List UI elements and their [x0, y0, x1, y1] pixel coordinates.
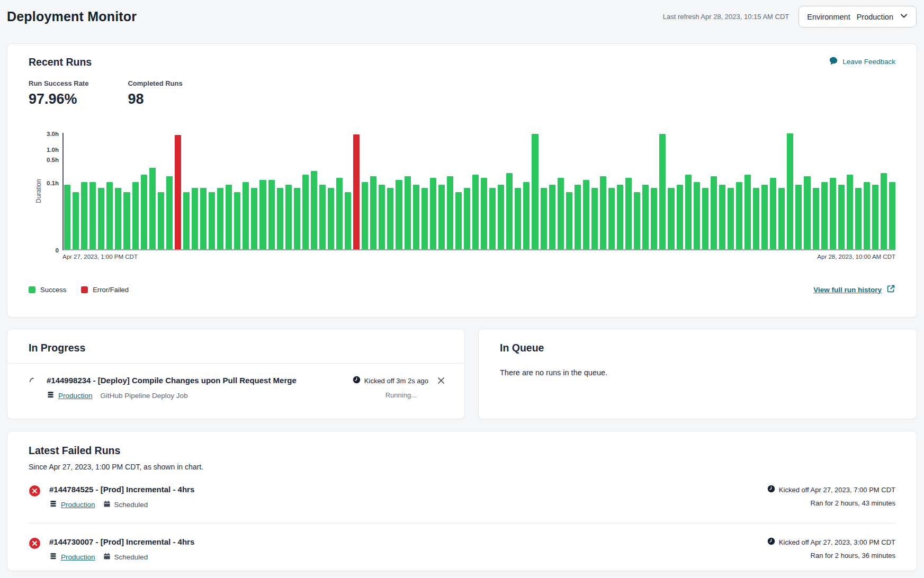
- chart-bar[interactable]: [226, 185, 232, 249]
- chart-bar[interactable]: [345, 192, 351, 249]
- environment-link[interactable]: Production: [49, 552, 95, 562]
- chart-bar[interactable]: [192, 188, 198, 249]
- chart-bar[interactable]: [753, 188, 759, 249]
- chart-bar[interactable]: [830, 178, 836, 249]
- chart-bar[interactable]: [617, 185, 623, 249]
- chart-bar[interactable]: [787, 133, 793, 249]
- chart-bar[interactable]: [132, 182, 139, 249]
- chart-bar[interactable]: [583, 180, 589, 249]
- environment-dropdown[interactable]: Environment Production: [799, 6, 917, 28]
- chart-bar[interactable]: [625, 178, 632, 249]
- chart-bar[interactable]: [413, 185, 419, 249]
- chart-bar[interactable]: [438, 185, 445, 249]
- chart-bar[interactable]: [464, 188, 470, 249]
- chart-bar[interactable]: [778, 188, 785, 249]
- chart-bar[interactable]: [73, 192, 79, 249]
- chart-bar[interactable]: [795, 185, 802, 249]
- chart-bar[interactable]: [200, 188, 207, 249]
- chart-bar[interactable]: [319, 185, 326, 249]
- chart-bar[interactable]: [166, 176, 173, 249]
- chart-bar[interactable]: [106, 182, 113, 249]
- chart-bar[interactable]: [396, 180, 402, 249]
- chart-bar[interactable]: [447, 176, 453, 249]
- chart-bar[interactable]: [736, 182, 742, 249]
- chart-bar[interactable]: [81, 182, 87, 249]
- chart-bar[interactable]: [889, 182, 895, 249]
- chart-bar[interactable]: [123, 192, 130, 249]
- chart-bar[interactable]: [847, 175, 853, 249]
- chart-bar[interactable]: [498, 185, 504, 249]
- chart-bar[interactable]: [659, 134, 666, 249]
- chart-bar[interactable]: [770, 178, 776, 249]
- leave-feedback-link[interactable]: Leave Feedback: [829, 56, 895, 67]
- chart-bar[interactable]: [302, 175, 309, 249]
- chart-bar[interactable]: [855, 188, 862, 249]
- chart-bar[interactable]: [523, 182, 530, 249]
- chart-bar[interactable]: [872, 185, 878, 249]
- chart-bar[interactable]: [685, 175, 692, 249]
- chart-bar[interactable]: [600, 176, 606, 249]
- chart-bar[interactable]: [353, 134, 360, 249]
- chart-bar[interactable]: [98, 188, 104, 249]
- chart-bar[interactable]: [642, 185, 649, 249]
- chart-bar[interactable]: [387, 188, 393, 249]
- view-full-run-history-link[interactable]: View full run history: [813, 284, 895, 295]
- chart-bar[interactable]: [311, 171, 317, 249]
- chart-bar[interactable]: [515, 188, 521, 249]
- chart-bar[interactable]: [379, 185, 385, 249]
- chart-bar[interactable]: [472, 175, 479, 249]
- chart-bar[interactable]: [217, 188, 223, 249]
- chart-bar[interactable]: [481, 178, 487, 249]
- chart-bar[interactable]: [328, 188, 334, 249]
- chart-bar[interactable]: [591, 188, 598, 249]
- chart-bar[interactable]: [608, 188, 615, 249]
- chart-bar[interactable]: [234, 192, 240, 249]
- chart-bar[interactable]: [838, 185, 845, 249]
- chart-bar[interactable]: [864, 182, 870, 249]
- chart-bar[interactable]: [158, 192, 164, 249]
- chart-bar[interactable]: [430, 178, 436, 249]
- chart-bar[interactable]: [268, 180, 275, 249]
- chart-bar[interactable]: [455, 192, 462, 249]
- close-icon[interactable]: [437, 376, 445, 400]
- chart-bar[interactable]: [813, 188, 819, 249]
- chart-bar[interactable]: [149, 168, 156, 249]
- chart-bar[interactable]: [668, 188, 674, 249]
- chart-bar[interactable]: [243, 182, 249, 249]
- environment-link[interactable]: Production: [47, 391, 93, 400]
- chart-bar[interactable]: [175, 135, 181, 249]
- chart-bar[interactable]: [702, 188, 708, 249]
- chart-bar[interactable]: [744, 175, 751, 249]
- chart-bar[interactable]: [821, 182, 828, 249]
- chart-bar[interactable]: [489, 188, 496, 249]
- chart-bar[interactable]: [804, 176, 810, 249]
- chart-bar[interactable]: [728, 188, 734, 249]
- chart-bar[interactable]: [566, 192, 572, 249]
- chart-bar[interactable]: [761, 185, 768, 249]
- chart-bar[interactable]: [651, 188, 657, 249]
- chart-bar[interactable]: [881, 173, 887, 249]
- chart-bar[interactable]: [370, 176, 376, 249]
- chart-bar[interactable]: [575, 185, 581, 249]
- chart-bar[interactable]: [711, 176, 717, 249]
- chart-bar[interactable]: [294, 188, 300, 249]
- chart-bar[interactable]: [209, 192, 215, 249]
- chart-bar[interactable]: [285, 185, 292, 249]
- chart-bar[interactable]: [719, 185, 725, 249]
- chart-bar[interactable]: [64, 185, 70, 249]
- chart-bar[interactable]: [405, 176, 411, 249]
- chart-bar[interactable]: [89, 182, 96, 249]
- chart-bar[interactable]: [362, 182, 368, 249]
- chart-bar[interactable]: [677, 185, 683, 249]
- chart-bar[interactable]: [336, 178, 343, 249]
- chart-bar[interactable]: [421, 188, 428, 249]
- chart-bar[interactable]: [251, 188, 257, 249]
- chart-bar[interactable]: [277, 188, 283, 249]
- chart-bar[interactable]: [558, 178, 564, 249]
- chart-bar[interactable]: [115, 188, 121, 249]
- chart-bar[interactable]: [141, 175, 147, 249]
- environment-link[interactable]: Production: [49, 500, 95, 509]
- chart-bar[interactable]: [259, 180, 266, 249]
- chart-bar[interactable]: [694, 182, 700, 249]
- chart-bar[interactable]: [183, 192, 190, 249]
